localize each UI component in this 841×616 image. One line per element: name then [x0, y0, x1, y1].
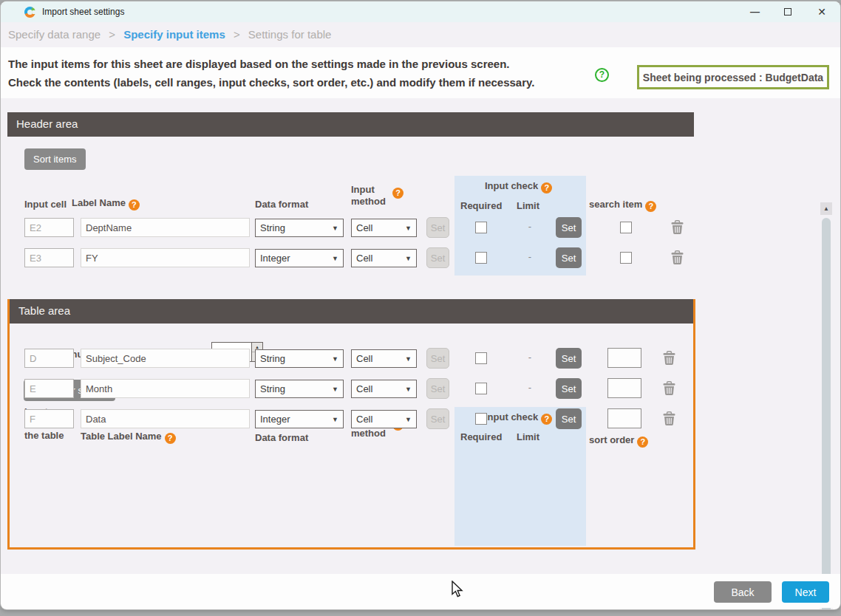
table-label-name-field[interactable] [81, 409, 250, 428]
breadcrumb-step-settings-for-table[interactable]: Settings for table [248, 28, 332, 41]
required-checkbox[interactable] [475, 352, 487, 364]
data-format-value: Integer [260, 414, 290, 425]
chevron-down-icon: ▼ [332, 416, 338, 423]
sort-order-help-icon[interactable]: ? [637, 437, 648, 448]
data-format-select[interactable]: String▼ [255, 219, 344, 237]
data-format-select[interactable]: String▼ [255, 349, 344, 368]
input-method-select[interactable]: Cell▼ [351, 219, 417, 237]
header-row: String▼ Cell▼ Set - Set [1, 215, 699, 245]
sort-order-field[interactable] [607, 378, 641, 398]
data-format-value: String [260, 222, 285, 233]
delete-row-icon[interactable] [671, 220, 684, 235]
chevron-down-icon: ▼ [405, 416, 412, 423]
data-format-value: String [260, 353, 285, 364]
header-row: Integer▼ Cell▼ Set - Set [1, 245, 699, 276]
back-button[interactable]: Back [714, 581, 772, 603]
table-area-title-bar: Table area [10, 299, 693, 324]
window-title: Import sheet settings [42, 7, 124, 17]
label-name-field[interactable] [81, 218, 250, 237]
close-button[interactable]: ✕ [809, 3, 834, 21]
help-icon[interactable]: ? [595, 68, 609, 82]
input-column-field[interactable] [24, 349, 74, 368]
limit-value: - [524, 352, 536, 363]
label-name-help-icon[interactable]: ? [129, 199, 140, 211]
sheet-being-processed-badge: Sheet being processed : BudgetData [637, 65, 829, 89]
set-button-disabled: Set [426, 247, 449, 268]
scroll-up-icon[interactable]: ▲ [820, 202, 832, 215]
vertical-scrollbar[interactable]: ▲ ▼ [820, 200, 833, 609]
input-method-select[interactable]: Cell▼ [351, 380, 417, 398]
maximize-icon [784, 8, 791, 16]
delete-row-icon[interactable] [663, 381, 675, 396]
delete-row-icon[interactable] [671, 250, 684, 265]
breadcrumb-separator: > [234, 28, 240, 41]
column-header-input-cell: Input cell [24, 199, 67, 210]
maximize-button[interactable] [775, 3, 800, 21]
search-item-checkbox[interactable] [620, 252, 632, 264]
input-method-select[interactable]: Cell▼ [351, 410, 417, 428]
column-header-limit: Limit [517, 200, 539, 211]
limit-value: - [524, 412, 536, 423]
input-cell-field[interactable] [24, 248, 74, 267]
delete-row-icon[interactable] [663, 411, 675, 426]
delete-row-icon[interactable] [663, 351, 675, 366]
limit-value: - [524, 382, 536, 393]
limit-set-button[interactable]: Set [556, 408, 582, 429]
required-checkbox[interactable] [475, 222, 487, 233]
chevron-down-icon: ▼ [405, 225, 412, 232]
sort-items-button[interactable]: Sort items [24, 148, 86, 170]
input-column-field[interactable] [24, 409, 74, 428]
sort-order-field[interactable] [607, 348, 641, 368]
data-format-select[interactable]: Integer▼ [255, 410, 344, 428]
input-method-select[interactable]: Cell▼ [351, 249, 417, 267]
input-cell-field[interactable] [24, 218, 74, 237]
next-button[interactable]: Next [782, 581, 829, 603]
table-label-name-field[interactable] [81, 379, 250, 398]
input-method-help-icon[interactable]: ? [392, 188, 404, 199]
limit-set-button[interactable]: Set [556, 247, 582, 268]
header-area-title-bar: Header area [7, 112, 694, 137]
column-header-data-format: Data format [255, 199, 308, 210]
search-item-checkbox[interactable] [620, 222, 632, 233]
label-name-field[interactable] [81, 248, 250, 267]
breadcrumb-step-specify-input-items[interactable]: Specify input items [123, 28, 225, 41]
input-method-value: Cell [356, 353, 372, 364]
required-checkbox[interactable] [475, 252, 487, 264]
limit-set-button[interactable]: Set [556, 217, 582, 238]
limit-set-button[interactable]: Set [556, 378, 582, 399]
scrollbar-thumb[interactable] [822, 218, 831, 609]
title-bar[interactable]: Import sheet settings — ✕ [1, 1, 840, 22]
required-checkbox[interactable] [475, 383, 487, 394]
instruction-panel: The input items for this sheet are displ… [1, 47, 840, 98]
column-header-input-method: Input method? [351, 184, 404, 208]
column-header-label-name: Label Name? [72, 197, 140, 211]
breadcrumb-step-specify-data-range[interactable]: Specify data range [8, 28, 101, 41]
input-method-value: Cell [356, 414, 372, 425]
sheet-badge-label: Sheet being processed : BudgetData [643, 72, 823, 83]
breadcrumb: Specify data range > Specify input items… [1, 22, 840, 47]
desktop-background: Import sheet settings — ✕ Specify data r… [0, 0, 841, 616]
set-button-disabled: Set [426, 348, 449, 369]
chevron-down-icon: ▼ [332, 355, 338, 363]
required-checkbox[interactable] [475, 413, 487, 425]
limit-value: - [524, 221, 536, 232]
chevron-down-icon: ▼ [405, 255, 412, 262]
header-area-title: Header area [16, 117, 78, 130]
search-item-help-icon[interactable]: ? [645, 201, 656, 212]
table-label-name-field[interactable] [81, 349, 250, 368]
input-column-field[interactable] [24, 379, 74, 398]
main-content: Header area Sort items Input cell Label … [1, 98, 840, 574]
sort-order-field[interactable] [607, 408, 641, 428]
minimize-button[interactable]: — [742, 3, 767, 21]
limit-value: - [524, 251, 536, 262]
import-sheet-settings-dialog: Import sheet settings — ✕ Specify data r… [1, 1, 840, 609]
data-format-select[interactable]: Integer▼ [255, 249, 344, 267]
input-check-help-icon[interactable]: ? [541, 182, 552, 194]
data-format-value: Integer [260, 253, 290, 264]
input-method-select[interactable]: Cell▼ [351, 349, 417, 368]
chevron-down-icon: ▼ [332, 386, 338, 393]
data-format-select[interactable]: String▼ [255, 380, 344, 398]
mouse-cursor [451, 581, 464, 598]
chevron-down-icon: ▼ [332, 225, 338, 232]
limit-set-button[interactable]: Set [556, 348, 582, 369]
